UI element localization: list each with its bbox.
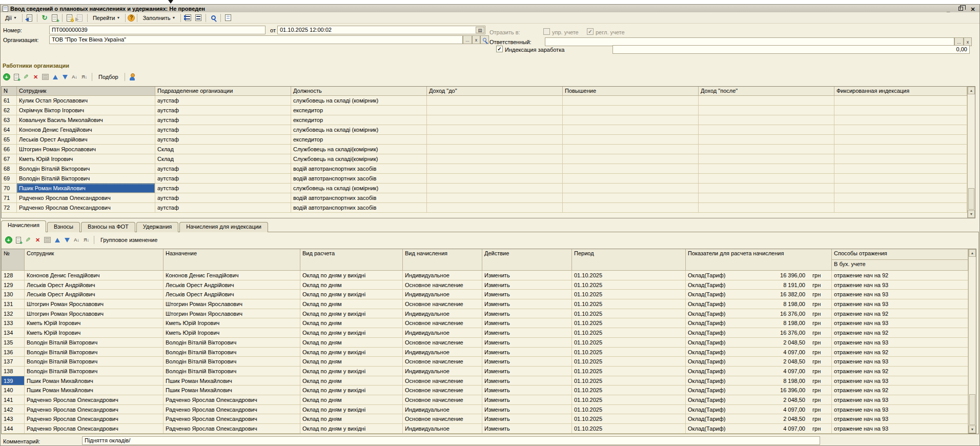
column-header-income-after[interactable]: Доход "после": [699, 87, 834, 96]
table-row[interactable]: 68 Володін Віталій Вікторович аутстаф во…: [2, 164, 975, 174]
indexation-value-input[interactable]: 0,00: [612, 45, 970, 54]
scroll-down-button[interactable]: ▼: [968, 210, 975, 218]
cell-calculation-type[interactable]: Оклад по дням у вихідні: [300, 348, 403, 357]
cell-position[interactable]: водій автотранспортних засобів: [291, 193, 427, 203]
cell-accrual-type[interactable]: Индивидуальное: [403, 309, 482, 319]
cell-row-number[interactable]: 138: [2, 367, 25, 376]
table-row[interactable]: 142 Радченко Ярослав Олександрович Радче…: [2, 405, 976, 415]
cell-indicators[interactable]: Оклад(Тариф) 8 198,00 грн: [686, 376, 832, 386]
cell-period[interactable]: 01.10.2025: [572, 405, 686, 415]
number-input[interactable]: ПТ000000039: [49, 26, 266, 34]
cell-reflection[interactable]: отражение нач на 93: [832, 376, 968, 386]
cell-employee[interactable]: Штогрин Роман Ярославович: [25, 309, 164, 319]
sort-ascending-icon[interactable]: А↓: [70, 73, 79, 82]
cell-period[interactable]: 01.10.2025: [572, 357, 686, 367]
column-header-action[interactable]: Действие: [482, 249, 572, 271]
cell-income-before[interactable]: [427, 135, 563, 145]
move-down-icon[interactable]: [60, 73, 69, 82]
cell-reflection[interactable]: отражение нач на 93: [832, 357, 968, 367]
cell-row-number[interactable]: 70: [2, 184, 17, 193]
cell-accrual-type[interactable]: Основное начисление: [403, 414, 482, 424]
table-row[interactable]: 72 Радченко Ярослав Олександрович аутста…: [2, 203, 975, 213]
sort-ascending-icon[interactable]: А↓: [72, 236, 81, 245]
sort-descending-icon[interactable]: Я↓: [82, 236, 91, 245]
cell-purpose[interactable]: Леськів Орест Андрійович: [164, 290, 300, 299]
cell-purpose[interactable]: Кметь Юрій Ігорович: [164, 328, 300, 338]
cell-employee[interactable]: Штогрин Роман Ярославович: [17, 145, 155, 154]
cell-accrual-type[interactable]: Индивидуальное: [403, 367, 482, 376]
cell-indicators[interactable]: Оклад(Тариф) 16 382,00 грн: [686, 290, 832, 299]
cell-action[interactable]: Изменить: [482, 348, 572, 357]
cell-employee[interactable]: Володін Віталій Вікторович: [25, 367, 164, 376]
table-row[interactable]: 136 Володін Віталій Вікторович Володін В…: [2, 348, 976, 357]
cell-fixed-indexation[interactable]: [834, 164, 967, 174]
cell-fixed-indexation[interactable]: [834, 96, 967, 106]
cell-position[interactable]: службовець на складі (комірник): [291, 96, 427, 106]
sort-descending-icon[interactable]: Я↓: [80, 73, 89, 82]
comment-input[interactable]: Підняття окладів/: [82, 436, 820, 445]
indexation-checkbox[interactable]: [496, 46, 503, 52]
cell-department[interactable]: аутстаф: [155, 106, 291, 115]
cell-accrual-type[interactable]: Основное начисление: [403, 386, 482, 395]
cell-indicators[interactable]: Оклад(Тариф) 8 198,00 грн: [686, 299, 832, 309]
column-header-indicators[interactable]: Показатели для расчета начисления: [686, 249, 832, 271]
cell-position[interactable]: експедитор: [291, 115, 427, 125]
cell-row-number[interactable]: 65: [2, 135, 17, 145]
cell-period[interactable]: 01.10.2025: [572, 395, 686, 405]
cell-row-number[interactable]: 68: [2, 164, 17, 174]
find-in-list-icon[interactable]: [209, 13, 218, 23]
cell-reflection[interactable]: отражение нач на 93: [832, 290, 968, 299]
scroll-down-button[interactable]: ▼: [969, 425, 976, 433]
cell-income-before[interactable]: [427, 125, 563, 135]
tab-indexation-accruals[interactable]: Начисления для индексации: [179, 222, 268, 232]
cell-employee[interactable]: Кметь Юрій Ігорович: [25, 328, 164, 338]
delete-row-icon[interactable]: ✕: [31, 73, 40, 82]
cell-income-before[interactable]: [427, 184, 563, 193]
cell-fixed-indexation[interactable]: [834, 135, 967, 145]
organization-ellipsis-button[interactable]: ...: [463, 35, 472, 44]
cell-reflection[interactable]: отражение нач на 92: [832, 328, 968, 338]
cell-raise[interactable]: [563, 125, 699, 135]
cell-position[interactable]: Службовець на складі(комірник): [291, 145, 427, 154]
cell-calculation-type[interactable]: Оклад по дням у вихідні: [300, 405, 403, 415]
table-row[interactable]: 140 Пшик Роман Михайлович Пшик Роман Мих…: [2, 386, 976, 395]
cell-period[interactable]: 01.10.2025: [572, 338, 686, 348]
list-settings-icon[interactable]: [183, 13, 193, 23]
cell-indicators[interactable]: Оклад(Тариф) 16 396,00 грн: [686, 271, 832, 280]
cell-department[interactable]: аутстаф: [155, 174, 291, 184]
cell-period[interactable]: 01.10.2025: [572, 386, 686, 395]
group-change-button[interactable]: Групповое изменение: [97, 236, 160, 244]
cell-position[interactable]: службовець на складі (комірник): [291, 125, 427, 135]
cell-indicators[interactable]: Оклад(Тариф) 2 048,50 грн: [686, 357, 832, 367]
table-row[interactable]: 131 Штогрин Роман Ярославович Штогрин Ро…: [2, 299, 976, 309]
cell-reflection[interactable]: отражение нач на 92: [832, 271, 968, 280]
accruals-scrollbar[interactable]: ▲ ▼: [968, 249, 976, 433]
cell-accrual-type[interactable]: Индивидуальное: [403, 405, 482, 415]
cell-action[interactable]: Изменить: [482, 367, 572, 376]
cell-calculation-type[interactable]: Оклад по дням: [300, 318, 403, 328]
cell-accrual-type[interactable]: Основное начисление: [403, 318, 482, 328]
cell-row-number[interactable]: 143: [2, 414, 25, 424]
cell-indicators[interactable]: Оклад(Тариф) 2 048,50 грн: [686, 395, 832, 405]
move-up-icon[interactable]: [51, 73, 59, 82]
pick-button[interactable]: Подбор: [95, 73, 121, 81]
cell-row-number[interactable]: 63: [2, 115, 17, 125]
cell-calculation-type[interactable]: Оклад по дням: [300, 280, 403, 290]
cell-position[interactable]: службовець на складі (комірник): [291, 184, 427, 193]
table-row[interactable]: 135 Володін Віталій Вікторович Володін В…: [2, 338, 976, 348]
cell-row-number[interactable]: 67: [2, 154, 17, 164]
tab-accruals[interactable]: Начисления: [1, 220, 46, 232]
post-document-icon[interactable]: [25, 13, 34, 23]
cell-reflection[interactable]: отражение нач на 93: [832, 338, 968, 348]
organization-clear-button[interactable]: x: [472, 35, 480, 44]
cell-row-number[interactable]: 133: [2, 318, 25, 328]
cell-employee[interactable]: Радченко Ярослав Олександрович: [17, 193, 155, 203]
cell-employee[interactable]: Кононов Денис Генадійович: [17, 125, 155, 135]
cell-purpose[interactable]: Володін Віталій Вікторович: [164, 348, 300, 357]
cell-calculation-type[interactable]: Оклад по дням: [300, 414, 403, 424]
cell-action[interactable]: Изменить: [482, 290, 572, 299]
cell-action[interactable]: Изменить: [482, 357, 572, 367]
table-row[interactable]: 69 Володін Віталій Вікторович аутстаф во…: [2, 174, 975, 184]
actions-menu-button[interactable]: Дії ▼: [2, 13, 20, 23]
cell-raise[interactable]: [563, 96, 699, 106]
